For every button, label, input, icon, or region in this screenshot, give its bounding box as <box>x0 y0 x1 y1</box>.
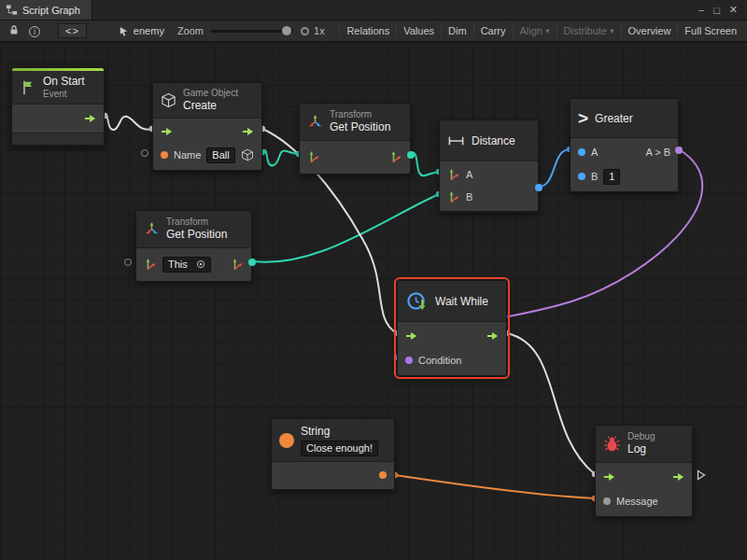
flow-output-port[interactable] <box>84 114 96 123</box>
lock-icon[interactable] <box>4 22 24 39</box>
node-category: Game Object <box>183 88 238 100</box>
unconnected-port-ring[interactable] <box>141 149 148 157</box>
maximize-button[interactable]: □ <box>713 5 720 16</box>
vector3-output-icon[interactable] <box>389 150 402 163</box>
node-on-start-event[interactable]: On Start Event <box>11 67 105 146</box>
minimize-button[interactable]: − <box>698 5 704 16</box>
game-object-output-port[interactable] <box>241 148 254 161</box>
target-object-picker[interactable]: This <box>162 257 211 273</box>
node-wait-while[interactable]: Wait While Condition <box>397 280 507 376</box>
transform-input-port[interactable] <box>144 258 157 271</box>
port-a-label: A <box>466 169 472 180</box>
align-dropdown[interactable]: Align ▾ <box>513 23 557 38</box>
chevron-down-icon: ▾ <box>610 26 614 35</box>
node-debug-log[interactable]: Debug Log Message <box>595 425 693 517</box>
position-output-port[interactable] <box>248 259 256 266</box>
flow-output-port[interactable] <box>672 472 684 482</box>
node-string-literal[interactable]: String Close enough! <box>271 418 395 490</box>
zoom-slider-thumb[interactable] <box>282 26 291 35</box>
info-icon[interactable]: i <box>24 23 45 39</box>
greater-icon: > <box>578 109 588 127</box>
result-label: A > B <box>645 147 670 158</box>
distance-output-port[interactable] <box>535 184 543 191</box>
name-input-port[interactable] <box>161 151 168 159</box>
node-footer <box>12 133 104 145</box>
input-port-a[interactable] <box>578 148 585 156</box>
unconnected-port-ring[interactable] <box>124 259 132 266</box>
close-button[interactable]: ✕ <box>729 4 738 16</box>
result-output-port[interactable] <box>675 147 683 154</box>
port-b-label: B <box>466 191 472 203</box>
relations-button[interactable]: Relations <box>339 23 396 38</box>
condition-input-port[interactable] <box>405 357 413 364</box>
overview-button[interactable]: Overview <box>621 23 678 38</box>
edge-waitwhile-to-log-flow[interactable] <box>507 333 595 474</box>
condition-label: Condition <box>418 355 461 366</box>
message-input-port[interactable] <box>603 497 611 505</box>
graph-canvas[interactable]: On Start Event Game Object Create <box>0 42 747 560</box>
node-get-position-this[interactable]: Transform Get Position This <box>135 210 252 282</box>
zoom-reset-button[interactable] <box>301 27 309 35</box>
flow-output-port[interactable] <box>242 127 254 136</box>
node-title: Distance <box>472 134 515 147</box>
graph-name: enemy <box>134 25 164 36</box>
vector3-input-port-b[interactable] <box>447 190 460 203</box>
node-title: On Start <box>43 75 85 89</box>
node-title: String <box>301 425 378 439</box>
graph-toolbar: i <> enemy Zoom 1x Relations Values Dim … <box>0 21 747 42</box>
node-header: Game Object Create <box>153 83 261 119</box>
node-greater[interactable]: > Greater A A > B B 1 <box>570 98 679 192</box>
script-graph-icon <box>6 4 18 16</box>
edge-onstart-to-create[interactable] <box>105 114 152 130</box>
node-title: Get Position <box>166 228 227 242</box>
node-get-position-ball[interactable]: Transform Get Position <box>299 103 411 175</box>
vector3-input-port-a[interactable] <box>447 168 460 181</box>
vector3-output-icon[interactable] <box>231 258 244 271</box>
values-button[interactable]: Values <box>396 23 441 38</box>
position-output-port[interactable] <box>407 151 415 159</box>
transform-icon <box>144 221 160 237</box>
edge-create-to-getposition[interactable] <box>262 150 299 166</box>
port-a-label: A <box>591 147 598 158</box>
window-controls: − □ ✕ <box>698 0 747 20</box>
edge-string-to-log-message[interactable] <box>395 475 595 498</box>
dim-button[interactable]: Dim <box>441 23 473 38</box>
b-value-input[interactable]: 1 <box>603 169 620 185</box>
node-title: Get Position <box>330 120 390 134</box>
flow-output-port[interactable] <box>486 331 499 341</box>
edge-getposition2-to-distance-b[interactable] <box>252 194 439 262</box>
node-header: Distance <box>440 120 538 161</box>
cube-icon <box>161 92 176 108</box>
input-port-b[interactable] <box>578 173 585 180</box>
carry-button[interactable]: Carry <box>473 23 513 38</box>
node-title: Log <box>627 442 655 456</box>
node-distance[interactable]: Distance A B <box>439 119 539 212</box>
chevron-down-icon: ▾ <box>545 26 550 35</box>
edge-distance-to-greater[interactable] <box>539 149 570 187</box>
zoom-slider[interactable] <box>211 25 293 36</box>
node-title: Greater <box>595 112 633 125</box>
flow-input-port[interactable] <box>603 472 615 482</box>
bug-icon <box>603 435 621 453</box>
string-value-input[interactable]: Close enough! <box>301 441 378 456</box>
node-category: Transform <box>166 217 227 229</box>
node-create[interactable]: Game Object Create Name Ball <box>152 82 262 171</box>
distribute-dropdown[interactable]: Distribute ▾ <box>557 23 621 38</box>
node-header: String Close enough! <box>272 419 394 462</box>
zoom-label: Zoom <box>177 25 204 36</box>
target-icon <box>196 259 205 269</box>
flow-input-port[interactable] <box>161 127 173 136</box>
transform-icon <box>307 114 323 130</box>
node-header: Transform Get Position <box>136 211 251 248</box>
zoom-slider-track <box>211 30 293 33</box>
name-value-input[interactable]: Ball <box>206 147 234 163</box>
node-subtitle: Event <box>43 89 85 101</box>
script-graph-tab[interactable]: Script Graph <box>0 0 92 20</box>
graph-asset-reference[interactable]: enemy <box>119 25 164 36</box>
string-output-port[interactable] <box>379 471 387 479</box>
flow-input-port[interactable] <box>405 331 417 341</box>
edge-getposition-to-distance-a[interactable] <box>411 153 439 176</box>
fullscreen-button[interactable]: Full Screen <box>677 23 743 38</box>
edit-source-button[interactable]: <> <box>58 23 87 38</box>
transform-input-port[interactable] <box>307 150 320 163</box>
